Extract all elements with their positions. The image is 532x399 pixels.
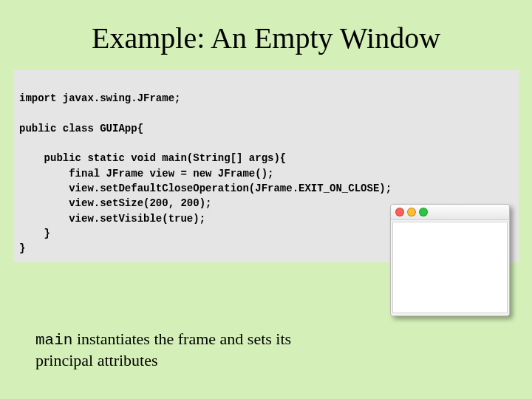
window-content-area	[392, 222, 508, 313]
caption-mono: main	[35, 332, 72, 349]
close-icon	[395, 208, 404, 216]
code-line: final JFrame view = new JFrame();	[19, 168, 273, 180]
code-line: }	[19, 228, 50, 239]
swing-window-preview	[390, 204, 510, 316]
slide-title: Example: An Empty Window	[0, 21, 532, 55]
code-line: view.setSize(200, 200);	[19, 197, 211, 209]
code-line: import javax.swing.JFrame;	[19, 92, 180, 104]
minimize-icon	[407, 208, 416, 216]
caption-rest: instantiates the frame and sets its prin…	[35, 330, 291, 369]
code-line: view.setDefaultCloseOperation(JFrame.EXI…	[19, 183, 392, 194]
code-line: public class GUIApp{	[19, 123, 143, 134]
zoom-icon	[419, 208, 428, 216]
window-titlebar	[391, 205, 509, 220]
code-line: }	[19, 242, 25, 254]
caption-text: main instantiates the frame and sets its…	[35, 329, 331, 371]
code-line: view.setVisible(true);	[19, 213, 205, 225]
code-line: public static void main(String[] args){	[19, 152, 286, 164]
